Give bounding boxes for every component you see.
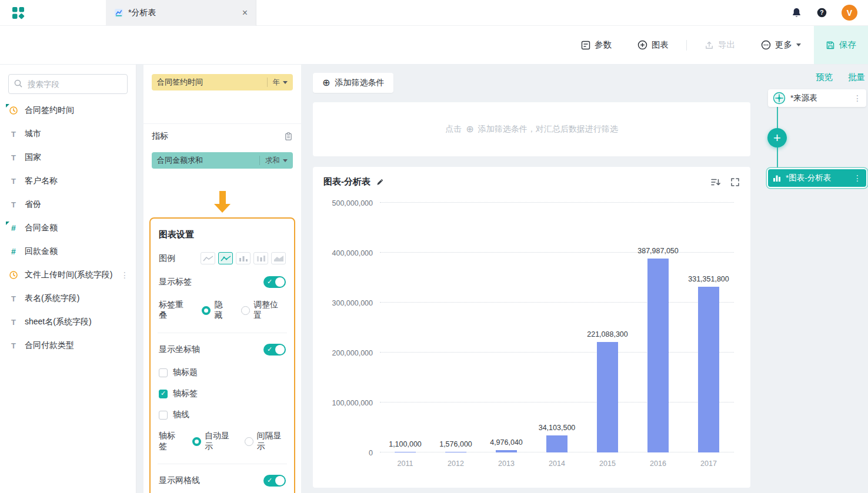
flow-panel: 预览 批量 *来源表 ⋮ + *图表-分析表 ⋮ bbox=[753, 65, 868, 493]
edit-pencil-icon[interactable] bbox=[376, 177, 385, 186]
bar-2013[interactable] bbox=[496, 450, 517, 452]
more-label: 更多 bbox=[775, 39, 792, 51]
field-item[interactable]: T国家 bbox=[0, 146, 136, 169]
bar-2014[interactable] bbox=[546, 435, 567, 452]
search-input[interactable] bbox=[8, 74, 128, 94]
export-button[interactable]: 导出 bbox=[705, 39, 735, 51]
kebab-menu-icon[interactable]: ⋮ bbox=[853, 173, 862, 183]
field-item[interactable]: #合同金额 bbox=[0, 216, 136, 240]
axis-title-option[interactable]: 轴标题 bbox=[159, 367, 286, 378]
field-item[interactable]: T合同付款类型 bbox=[0, 334, 136, 357]
show-axis-toggle[interactable] bbox=[263, 344, 286, 356]
show-label-label: 显示标签 bbox=[159, 277, 192, 287]
dimension-chip-label: 合同签约时间 bbox=[157, 77, 203, 88]
tab-title: *分析表 bbox=[128, 8, 156, 18]
axis-line-label: 轴线 bbox=[173, 410, 189, 420]
x-axis-tick-label: 2011 bbox=[398, 460, 413, 468]
field-item[interactable]: #回款金额 bbox=[0, 240, 136, 263]
field-item[interactable]: T客户名称 bbox=[0, 169, 136, 193]
legend-style-4-icon[interactable] bbox=[253, 252, 268, 264]
chart-node-selected[interactable]: *图表-分析表 ⋮ bbox=[768, 169, 866, 187]
tab-analysis-sheet[interactable]: *分析表 × bbox=[106, 0, 256, 26]
save-button[interactable]: 保存 bbox=[814, 26, 868, 64]
topbar-actions: ? V bbox=[791, 5, 868, 21]
bar-2015[interactable] bbox=[597, 342, 618, 452]
dimension-unit-value: 年 bbox=[273, 78, 281, 88]
show-label-toggle[interactable] bbox=[263, 276, 286, 288]
preview-link[interactable]: 预览 bbox=[816, 72, 833, 83]
add-node-button[interactable]: + bbox=[767, 128, 787, 147]
field-label: sheet名(系统字段) bbox=[25, 317, 92, 327]
metric-agg-dropdown[interactable]: 求和 bbox=[259, 156, 288, 165]
field-item[interactable]: T表名(系统字段) bbox=[0, 287, 136, 310]
tab-close-icon[interactable]: × bbox=[242, 8, 248, 18]
field-item[interactable]: T省份 bbox=[0, 193, 136, 216]
fullscreen-icon[interactable] bbox=[730, 177, 740, 187]
kebab-menu-icon[interactable]: ⋮ bbox=[853, 93, 862, 103]
field-label: 城市 bbox=[25, 129, 41, 139]
params-button[interactable]: 参数 bbox=[581, 39, 612, 51]
source-table-node[interactable]: *来源表 ⋮ bbox=[768, 89, 866, 107]
metric-chip-label: 合同金额求和 bbox=[157, 155, 203, 166]
text-field-icon: T bbox=[8, 153, 19, 162]
field-item[interactable]: Tsheet名(系统字段) bbox=[0, 310, 136, 334]
batch-link[interactable]: 批量 bbox=[848, 72, 865, 83]
bar-value-label: 34,103,500 bbox=[539, 424, 576, 432]
bar-2016[interactable] bbox=[647, 259, 669, 452]
bar-2011[interactable] bbox=[395, 452, 416, 452]
avatar[interactable]: V bbox=[842, 5, 857, 21]
y-axis-tick-label: 200,000,000 bbox=[323, 349, 373, 357]
field-item[interactable]: T城市 bbox=[0, 122, 136, 146]
help-icon[interactable]: ? bbox=[816, 7, 827, 18]
date-field-icon bbox=[8, 106, 19, 115]
add-filter-button[interactable]: ⊕ 添加筛选条件 bbox=[313, 73, 393, 93]
legend-style-3-icon[interactable] bbox=[236, 252, 251, 264]
legend-style-2-icon[interactable] bbox=[218, 252, 233, 264]
axis-title-checkbox[interactable] bbox=[159, 368, 168, 377]
text-field-icon: T bbox=[8, 130, 19, 139]
topbar: *分析表 × ? V bbox=[0, 0, 868, 26]
dimension-unit-dropdown[interactable]: 年 bbox=[267, 78, 288, 87]
field-item[interactable]: 文件上传时间(系统字段)⋮ bbox=[0, 263, 136, 287]
bar-2017[interactable] bbox=[698, 287, 719, 452]
axis-tick-option[interactable]: 轴标签 bbox=[159, 388, 286, 399]
axis-line-checkbox[interactable] bbox=[159, 411, 168, 420]
legend-style-5-icon[interactable] bbox=[271, 252, 286, 264]
axis-label-mode-1-radio[interactable]: 自动显示 bbox=[192, 431, 233, 452]
app-logo-icon[interactable] bbox=[0, 6, 106, 19]
field-item[interactable]: 合同签约时间 bbox=[0, 99, 136, 122]
add-chart-label: 图表 bbox=[652, 39, 669, 51]
more-button[interactable]: 更多 bbox=[761, 39, 801, 51]
add-filter-label: 添加筛选条件 bbox=[335, 78, 384, 88]
text-field-icon: T bbox=[8, 341, 19, 350]
text-field-icon: T bbox=[8, 294, 19, 303]
dimension-drop-area[interactable]: 合同签约时间 年 bbox=[143, 65, 301, 123]
circle-plus-icon: ⊕ bbox=[322, 78, 330, 88]
notifications-bell-icon[interactable] bbox=[791, 7, 802, 18]
axis-title-label: 轴标题 bbox=[173, 367, 198, 378]
axis-label-mode-2-radio[interactable]: 间隔显示 bbox=[245, 431, 286, 452]
field-menu-icon[interactable]: ⋮ bbox=[121, 270, 129, 280]
text-field-icon: T bbox=[8, 200, 19, 209]
metric-chip[interactable]: 合同金额求和 求和 bbox=[152, 152, 293, 169]
label-overlap-label: 标签重叠 bbox=[159, 300, 191, 321]
dimension-chip[interactable]: 合同签约时间 年 bbox=[152, 74, 293, 90]
filter-hint-bar[interactable]: 点击 ⊕ 添加筛选条件，对汇总后数据进行筛选 bbox=[313, 102, 750, 156]
clipboard-icon[interactable] bbox=[284, 132, 293, 141]
chart-title: 图表-分析表 bbox=[323, 176, 370, 187]
toolbar: 参数 图表 导出 更多 保存 bbox=[0, 26, 868, 65]
y-axis-tick-label: 400,000,000 bbox=[323, 249, 373, 257]
axis-tick-checkbox[interactable] bbox=[159, 390, 168, 398]
add-chart-button[interactable]: 图表 bbox=[637, 39, 669, 51]
show-grid-toggle[interactable] bbox=[263, 475, 286, 487]
bar-value-label: 221,088,300 bbox=[587, 330, 628, 338]
overlap-option-2-radio[interactable]: 调整位置 bbox=[241, 300, 286, 321]
field-label: 合同金额 bbox=[25, 223, 58, 233]
metric-drop-area[interactable]: 合同金额求和 求和 bbox=[143, 149, 301, 189]
axis-line-option[interactable]: 轴线 bbox=[159, 410, 286, 420]
legend-style-1-icon[interactable] bbox=[201, 252, 215, 264]
axis-label-mode-options: 自动显示间隔显示 bbox=[182, 431, 286, 452]
overlap-option-1-radio[interactable]: 隐藏 bbox=[202, 300, 230, 321]
bar-2012[interactable] bbox=[445, 452, 466, 452]
sort-icon[interactable] bbox=[710, 177, 721, 187]
